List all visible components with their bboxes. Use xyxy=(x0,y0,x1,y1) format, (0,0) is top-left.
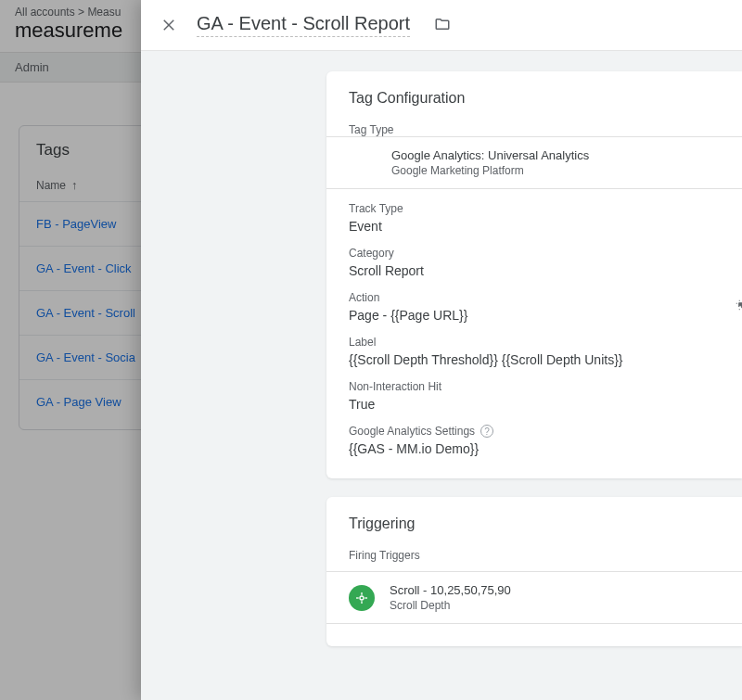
non-interaction-hit-label: Non-Interaction Hit xyxy=(349,380,720,393)
tag-type-name: Google Analytics: Universal Analytics xyxy=(391,148,589,162)
category-value: Scroll Report xyxy=(349,263,720,278)
action-label: Action xyxy=(349,291,720,304)
svg-point-2 xyxy=(360,596,364,600)
card-title: Tag Configuration xyxy=(349,90,720,107)
close-icon[interactable] xyxy=(158,14,180,36)
cursor-icon xyxy=(735,299,742,315)
panel-header: GA - Event - Scroll Report xyxy=(141,0,742,50)
non-interaction-hit-value: True xyxy=(349,397,720,412)
ga-settings-value: {{GAS - MM.io Demo}} xyxy=(349,441,720,456)
tag-type-platform: Google Marketing Platform xyxy=(391,164,589,177)
folder-icon[interactable] xyxy=(434,16,453,34)
trigger-row[interactable]: Scroll - 10,25,50,75,90 Scroll Depth xyxy=(326,571,742,624)
action-value: Page - {{Page URL}} xyxy=(349,308,720,323)
trigger-name: Scroll - 10,25,50,75,90 xyxy=(390,583,511,597)
tag-name-input[interactable]: GA - Event - Scroll Report xyxy=(197,13,410,37)
ga-settings-label: Google Analytics Settings ? xyxy=(349,425,720,438)
tag-detail-panel: GA - Event - Scroll Report Tag Configura… xyxy=(141,0,742,700)
category-label: Category xyxy=(349,247,720,260)
triggering-card[interactable]: Triggering Firing Triggers Scroll - 10,2… xyxy=(326,497,742,646)
track-type-value: Event xyxy=(349,219,720,234)
help-icon[interactable]: ? xyxy=(480,425,493,438)
tag-type-selector[interactable]: Google Analytics: Universal Analytics Go… xyxy=(326,136,742,189)
trigger-type: Scroll Depth xyxy=(390,599,511,612)
track-type-label: Track Type xyxy=(349,202,720,215)
label-label: Label xyxy=(349,336,720,349)
tag-configuration-card[interactable]: Tag Configuration Tag Type Google Analyt… xyxy=(326,71,742,478)
panel-body: Tag Configuration Tag Type Google Analyt… xyxy=(141,51,742,700)
label-value: {{Scroll Depth Threshold}} {{Scroll Dept… xyxy=(349,352,720,367)
tag-type-label: Tag Type xyxy=(349,123,720,136)
firing-triggers-label: Firing Triggers xyxy=(349,549,720,562)
google-analytics-icon xyxy=(349,149,377,177)
card-title: Triggering xyxy=(349,515,720,532)
scroll-depth-trigger-icon xyxy=(349,585,375,611)
